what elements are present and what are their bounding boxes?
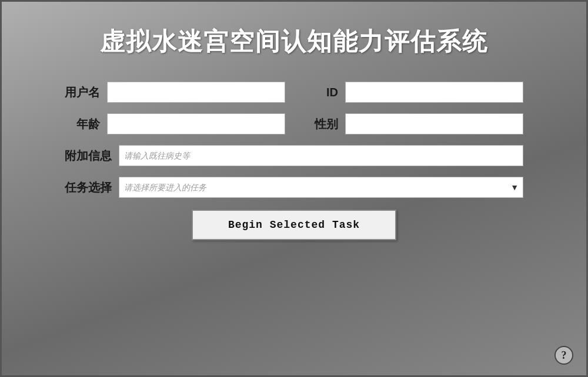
task-select[interactable]: 请选择所要进入的任务	[119, 177, 523, 198]
row-age-gender: 年龄 性别	[65, 113, 523, 134]
gender-label: 性别	[303, 116, 338, 132]
id-input[interactable]	[345, 82, 523, 103]
username-input[interactable]	[107, 82, 285, 103]
age-label: 年龄	[65, 116, 100, 132]
task-label: 任务选择	[65, 180, 112, 196]
username-label: 用户名	[65, 85, 100, 100]
form-container: 用户名 ID 年龄 性别 附加信息 任务选择	[65, 82, 523, 198]
row-extra: 附加信息	[65, 145, 523, 166]
age-group: 年龄	[65, 113, 285, 134]
gender-input[interactable]	[345, 113, 523, 134]
app-container: 虚拟水迷宫空间认知能力评估系统 用户名 ID 年龄 性别	[0, 0, 588, 377]
row-task: 任务选择 请选择所要进入的任务 ▼	[65, 177, 523, 198]
row-username-id: 用户名 ID	[65, 82, 523, 103]
id-label: ID	[303, 86, 338, 99]
extra-label: 附加信息	[65, 148, 112, 164]
button-row: Begin Selected Task	[192, 210, 396, 240]
page-title: 虚拟水迷宫空间认知能力评估系统	[100, 25, 488, 58]
gender-group: 性别	[303, 113, 523, 134]
extra-input[interactable]	[119, 145, 523, 166]
help-button[interactable]: ?	[554, 346, 573, 365]
begin-selected-task-button[interactable]: Begin Selected Task	[192, 210, 396, 240]
id-group: ID	[303, 82, 523, 103]
age-input[interactable]	[107, 113, 285, 134]
task-select-wrapper: 请选择所要进入的任务 ▼	[119, 177, 523, 198]
username-group: 用户名	[65, 82, 285, 103]
